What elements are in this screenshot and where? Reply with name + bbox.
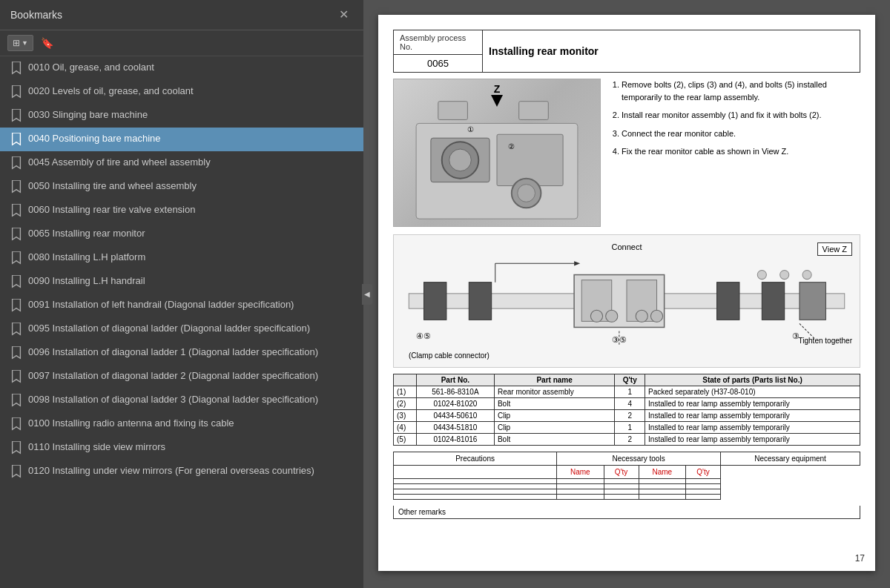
svg-point-26: [802, 270, 811, 279]
table-row: [394, 479, 860, 484]
equipment-header: Necessary equipment: [721, 452, 860, 466]
tools-qty-header: Q'ty: [604, 466, 639, 479]
bookmark-label: 0050 Installing tire and wheel assembly: [28, 179, 356, 193]
svg-point-22: [636, 310, 647, 322]
col-num: [394, 374, 417, 386]
machine-image: Z ① ②: [393, 79, 601, 227]
bookmark-label: 0065 Installing rear monitor: [28, 227, 356, 240]
bookmark-icon: [10, 417, 22, 431]
svg-text:②: ②: [508, 142, 515, 151]
doc-instructions: Remove bolts (2), clips (3) and (4), and…: [610, 79, 860, 227]
bookmark-item-0030[interactable]: 0030 Slinging bare machine: [0, 104, 363, 128]
bookmark-item-0010[interactable]: 0010 Oil, grease, and coolant: [0, 56, 363, 80]
svg-rect-19: [800, 283, 825, 320]
col-partno: Part No.: [416, 374, 494, 386]
tools-header: Necessary tools: [557, 452, 721, 466]
process-label: Assembly process No.: [394, 30, 483, 55]
z-indicator: Z: [491, 83, 503, 107]
bookmark-icon: [10, 85, 22, 99]
bookmark-item-0065[interactable]: 0065 Installing rear monitor: [0, 222, 363, 246]
bookmark-item-0091[interactable]: 0091 Installation of left handrail (Diag…: [0, 294, 363, 317]
bookmark-item-0045[interactable]: 0045 Assembly of tire and wheel assembly: [0, 151, 363, 175]
instruction-item-1: Remove bolts (2), clips (3) and (4), and…: [622, 79, 860, 103]
collapse-panel-button[interactable]: ◀: [362, 284, 372, 305]
bookmark-item-0080[interactable]: 0080 Installing L.H platform: [0, 246, 363, 270]
bookmark-icon: [10, 441, 22, 455]
svg-marker-34: [574, 261, 580, 265]
table-row: (2)01024-81020Bolt4Installed to rear lam…: [394, 398, 860, 410]
bookmarks-panel: Bookmarks ✕ ⊞ ▼ 🔖 0010 Oil, grease, and …: [0, 0, 363, 588]
page-title: Installing rear monitor: [483, 30, 860, 73]
bookmark-item-0098[interactable]: 0098 Installation of diagonal ladder 3 (…: [0, 389, 363, 412]
doc-image-area: Z ① ②: [393, 79, 601, 227]
bookmark-icon: [10, 299, 22, 312]
other-remarks-label: Other remarks: [398, 508, 446, 516]
tighten-label: Tighten together: [799, 337, 852, 345]
view-toggle-button[interactable]: ⊞ ▼: [7, 35, 33, 51]
bookmark-label: 0110 Installing side view mirrors: [28, 440, 356, 454]
instruction-list: Remove bolts (2), clips (3) and (4), and…: [610, 79, 860, 158]
other-remarks: Other remarks: [393, 506, 860, 519]
bookmark-item-0100[interactable]: 0100 Installing radio antenna and fixing…: [0, 412, 363, 436]
bookmark-label: 0040 Positioning bare machine: [28, 132, 356, 145]
bookmarks-toolbar: ⊞ ▼ 🔖: [0, 30, 363, 56]
svg-point-3: [449, 149, 472, 171]
equip-qty-header: Q'ty: [686, 466, 721, 479]
z-label: Z: [494, 83, 501, 95]
z-arrow-down: [491, 95, 503, 107]
bookmark-label: 0080 Installing L.H platform: [28, 251, 356, 264]
bookmark-item-0120[interactable]: 0120 Installing under view mirrors (For …: [0, 460, 363, 483]
parts-table: Part No. Part name Q'ty State of parts (…: [393, 374, 860, 446]
parts-table-body: (1)561-86-8310ARear monitor assembly1Pac…: [394, 386, 860, 446]
bookmark-item-0060[interactable]: 0060 Installing rear tire valve extensio…: [0, 199, 363, 222]
svg-rect-13: [469, 283, 491, 320]
precautions-header: Precautions: [394, 452, 557, 466]
bookmark-item-0090[interactable]: 0090 Installing L.H handrail: [0, 270, 363, 294]
bookmark-label: 0045 Assembly of tire and wheel assembly: [28, 156, 356, 169]
tag-button[interactable]: 🔖: [36, 35, 58, 51]
bookmark-item-0096[interactable]: 0096 Installation of diagonal ladder 1 (…: [0, 341, 363, 365]
svg-rect-18: [762, 283, 784, 320]
instruction-item-3: Connect the rear monitor cable.: [622, 128, 860, 140]
svg-point-23: [650, 310, 662, 322]
bookmark-item-0110[interactable]: 0110 Installing side view mirrors: [0, 436, 363, 460]
close-button[interactable]: ✕: [334, 7, 353, 22]
bookmark-label: 0097 Installation of diagonal ladder 2 (…: [28, 369, 356, 383]
bookmark-icon: [10, 180, 22, 194]
bookmark-icon: [10, 370, 22, 383]
doc-diagram: Connect View Z Tighten together (Clamp c…: [393, 234, 860, 368]
table-row: (1)561-86-8310ARear monitor assembly1Pac…: [394, 386, 860, 398]
bookmark-label: 0030 Slinging bare machine: [28, 108, 356, 122]
bookmark-item-0050[interactable]: 0050 Installing tire and wheel assembly: [0, 175, 363, 199]
col-state: State of parts (Parts list No.): [645, 374, 860, 386]
document-panel: Assembly process No. Installing rear mon…: [363, 0, 890, 588]
bookmarks-header: Bookmarks ✕: [0, 0, 363, 30]
bookmark-icon: [10, 275, 22, 288]
bookmark-label: 0098 Installation of diagonal ladder 3 (…: [28, 393, 356, 406]
process-number: 0065: [394, 55, 483, 73]
grid-icon: ⊞: [13, 38, 20, 48]
bookmark-item-0095[interactable]: 0095 Installation of diagonal ladder (Di…: [0, 317, 363, 341]
cable-diagram-svg: ④⑤ ③⑤ ③: [394, 235, 860, 367]
bookmark-icon: [10, 346, 22, 360]
bookmark-icon: [10, 156, 22, 170]
bookmark-label: 0060 Installing rear tire valve extensio…: [28, 203, 356, 217]
bookmark-item-0040[interactable]: 0040 Positioning bare machine: [0, 128, 363, 151]
svg-point-20: [590, 310, 602, 322]
bookmark-label: 0100 Installing radio antenna and fixing…: [28, 417, 356, 430]
bookmark-item-0020[interactable]: 0020 Levels of oil, grease, and coolant: [0, 80, 363, 104]
page-content: Assembly process No. Installing rear mon…: [378, 15, 875, 571]
equip-name-header: Name: [639, 466, 685, 479]
bookmark-icon: [10, 394, 22, 407]
doc-header-table: Assembly process No. Installing rear mon…: [393, 30, 860, 73]
table-row: [394, 489, 860, 495]
bookmark-item-0097[interactable]: 0097 Installation of diagonal ladder 2 (…: [0, 365, 363, 389]
svg-point-25: [780, 270, 789, 279]
svg-point-6: [518, 185, 535, 202]
svg-rect-12: [424, 283, 446, 320]
table-row: (4)04434-51810Clip1Installed to rear lam…: [394, 422, 860, 434]
bookmark-label: 0010 Oil, grease, and coolant: [28, 61, 356, 74]
bookmark-icon: [10, 109, 22, 122]
tools-name-header: Name: [557, 466, 604, 479]
bottom-table: Precautions Necessary tools Necessary eq…: [393, 452, 860, 500]
